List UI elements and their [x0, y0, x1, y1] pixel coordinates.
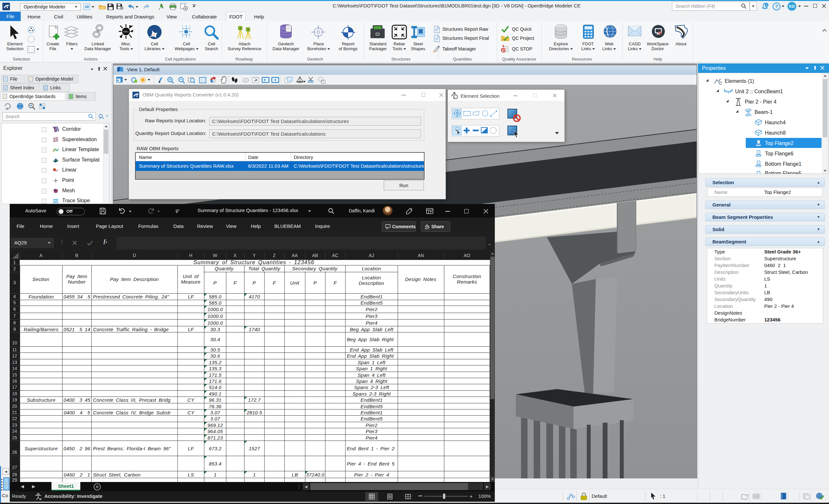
svg-text:?: ?	[775, 4, 778, 9]
svg-text:CELL: CELL	[123, 30, 129, 33]
svg-text:S: S	[765, 4, 767, 6]
svg-text:V8: V8	[85, 5, 89, 9]
